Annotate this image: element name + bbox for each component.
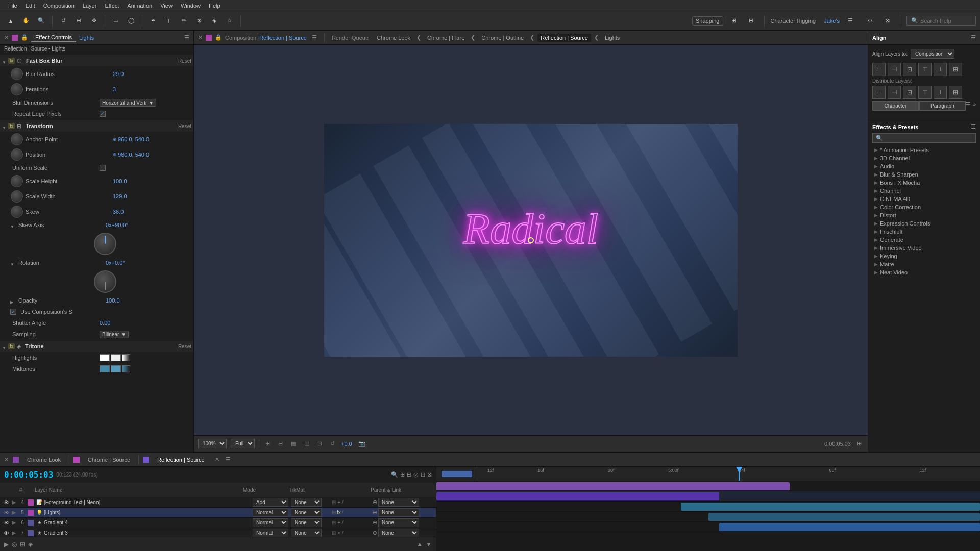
close-tl[interactable]: ✕ — [4, 456, 9, 463]
align-top-btn[interactable]: ⊤ — [918, 63, 932, 76]
expand-fast-box-blur[interactable] — [2, 59, 6, 63]
parent-select-5[interactable]: None — [378, 508, 419, 517]
use-comp-checkbox[interactable] — [10, 309, 16, 315]
chrome-look-tab[interactable]: Chrome Look — [374, 34, 413, 42]
switch-slash-4[interactable]: / — [342, 499, 344, 505]
chrome-flare-tab[interactable]: Chrome | Flare — [424, 34, 468, 42]
ellipse-mask-tool[interactable]: ◯ — [125, 14, 138, 28]
layer-name-6[interactable]: Gradient 4 — [44, 520, 253, 525]
switch-star-4[interactable]: ✦ — [337, 499, 341, 505]
char-expand[interactable]: » — [973, 101, 976, 111]
tl-btn5[interactable]: ⊠ — [427, 471, 432, 478]
char-menu[interactable]: ☰ — [966, 101, 971, 111]
parent-icon-5[interactable]: ⊕ — [373, 509, 377, 516]
ep-blur-sharpen[interactable]: ▶ Blur & Sharpen — [872, 170, 976, 179]
tl-close-active[interactable]: ✕ — [215, 456, 219, 463]
pan-tool[interactable]: ✥ — [87, 14, 101, 28]
paragraph-tab[interactable]: Paragraph — [919, 101, 966, 111]
tf-expand-down[interactable]: ▼ — [426, 541, 432, 548]
layer-vis-4[interactable]: 👁 — [2, 499, 10, 506]
tl-btn1[interactable]: ⊞ — [400, 471, 405, 478]
text-tool[interactable]: T — [162, 14, 175, 28]
ep-boris-fx[interactable]: ▶ Boris FX Mocha — [872, 179, 976, 187]
maximize-panel[interactable]: ⊠ — [880, 14, 894, 28]
ep-audio[interactable]: ▶ Audio — [872, 162, 976, 170]
transparency-grid[interactable]: ▦ — [289, 439, 298, 448]
bar-layer-8[interactable] — [719, 523, 980, 531]
tf-render-btn[interactable]: ▶ — [4, 541, 9, 548]
dist-left-btn[interactable]: ⊢ — [872, 86, 886, 99]
align-vcenter-btn[interactable]: ⊥ — [934, 63, 947, 76]
layer-expand-7[interactable]: ▶ — [10, 530, 17, 536]
switch-link-7[interactable]: ⊞ — [332, 530, 336, 536]
close-x[interactable]: ✕ — [4, 34, 9, 41]
menu-help[interactable]: Help — [205, 0, 225, 11]
eraser-tool[interactable]: ◈ — [208, 14, 221, 28]
bar-layer-4[interactable] — [436, 482, 790, 490]
chrome-outline-tab[interactable]: Chrome | Outline — [478, 34, 527, 42]
opacity-value[interactable]: 100.0 — [106, 297, 191, 304]
sampling-select[interactable]: Bilinear ▼ — [100, 331, 129, 338]
camera-tool[interactable]: ⊕ — [72, 14, 85, 28]
parent-icon-7[interactable]: ⊕ — [373, 530, 377, 536]
parent-select-4[interactable]: None — [378, 498, 419, 507]
quality-select[interactable]: Full — [231, 439, 255, 448]
expand-transform[interactable] — [2, 124, 6, 128]
ep-immersive[interactable]: ▶ Immersive Video — [872, 244, 976, 252]
tritone-reset[interactable]: Reset — [178, 344, 191, 349]
ep-frischluft[interactable]: ▶ Frischluft — [872, 228, 976, 236]
skew-dial[interactable] — [94, 233, 116, 255]
switch-star-6[interactable]: ✦ — [337, 520, 341, 525]
switch-link-4[interactable]: ⊞ — [332, 499, 336, 505]
comp-menu-icon[interactable]: ☰ — [312, 34, 317, 41]
lights-tab[interactable]: Lights — [602, 34, 623, 42]
trkmat-select-4[interactable]: None — [291, 498, 322, 507]
toggle-alpha[interactable]: ◫ — [302, 439, 311, 448]
ep-channel[interactable]: ▶ Channel — [872, 187, 976, 195]
trkmat-select-5[interactable]: None — [291, 508, 322, 517]
refresh-button[interactable]: ↺ — [328, 439, 337, 448]
rect-mask-tool[interactable]: ▭ — [109, 14, 122, 28]
fast-box-blur-reset[interactable]: Reset — [178, 58, 191, 64]
align-right-btn[interactable]: ⊡ — [903, 63, 916, 76]
bar-layer-7[interactable] — [708, 513, 981, 521]
skew-axis-value[interactable]: 0x+90.0° — [106, 222, 191, 228]
ep-neat-video[interactable]: ▶ Neat Video — [872, 268, 976, 277]
trkmat-select-7[interactable]: None — [291, 529, 322, 537]
ep-menu[interactable]: ☰ — [971, 123, 976, 130]
layer-name-4[interactable]: [Foreground Text | Neon] — [44, 499, 253, 505]
chrome-look-tl-tab[interactable]: Chrome Look — [23, 456, 65, 464]
layer-expand-6[interactable]: ▶ — [10, 519, 17, 526]
mode-select-5[interactable]: Normal — [253, 508, 288, 517]
tl-menu[interactable]: ☰ — [226, 456, 231, 463]
align-left-btn[interactable]: ⊢ — [872, 63, 886, 76]
grid-tool[interactable]: ⊟ — [745, 14, 758, 28]
mode-select-6[interactable]: Normal — [253, 518, 288, 527]
pen-tool[interactable]: ✒ — [146, 14, 160, 28]
tf-null-btn[interactable]: ⊞ — [20, 541, 25, 548]
hand-tool[interactable]: ✋ — [19, 14, 33, 28]
menu-layer[interactable]: Layer — [79, 0, 101, 11]
align-menu[interactable]: ☰ — [971, 34, 976, 41]
ep-color-correction[interactable]: ▶ Color Correction — [872, 203, 976, 211]
layer-vis-6[interactable]: 👁 — [2, 520, 10, 526]
scale-width-value[interactable]: 129.0 — [113, 193, 191, 199]
ep-distort[interactable]: ▶ Distort — [872, 211, 976, 219]
layer-name-7[interactable]: Gradient 3 — [44, 530, 253, 536]
selection-tool[interactable]: ▲ — [4, 14, 17, 28]
switch-slash-5[interactable]: / — [342, 510, 344, 515]
layer-name-5[interactable]: [Lights] — [44, 510, 253, 515]
tl-btn2[interactable]: ⊟ — [407, 471, 411, 478]
switch-fx-5[interactable]: fx — [337, 510, 341, 515]
ep-3d-channel[interactable]: ▶ 3D Channel — [872, 154, 976, 162]
user-label[interactable]: Jake's — [824, 18, 840, 24]
layer-expand-5[interactable]: ▶ — [10, 509, 17, 516]
tf-expand-up[interactable]: ▲ — [416, 541, 423, 548]
zoom-range[interactable] — [442, 471, 472, 477]
resolution-button[interactable]: ⊡ — [315, 439, 324, 448]
switch-star-7[interactable]: ✦ — [337, 530, 341, 536]
snapping-button[interactable]: Snapping — [692, 16, 723, 26]
highlights-swatches[interactable] — [100, 354, 130, 361]
close-comp-x[interactable]: ✕ — [198, 34, 203, 41]
puppet-tool[interactable]: ☆ — [223, 14, 236, 28]
